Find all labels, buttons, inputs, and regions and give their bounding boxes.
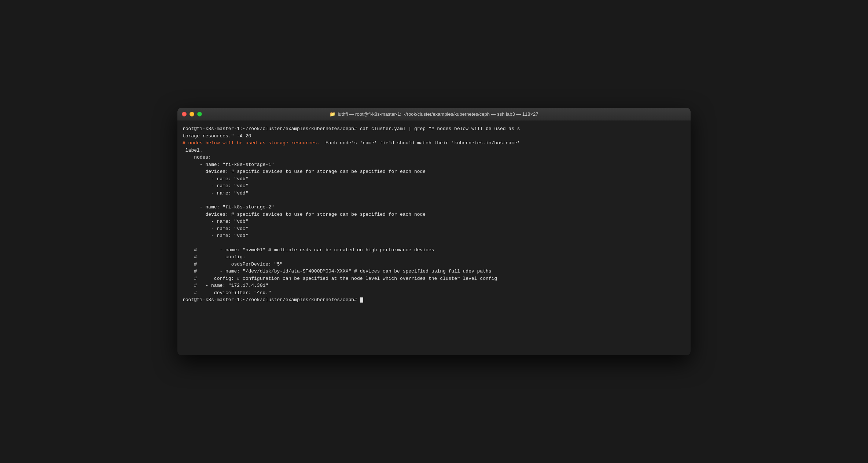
terminal-line-14: - name: "vdc" (183, 225, 685, 233)
terminal-line-19: # - name: "/dev/disk/by-id/ata-ST4000DM0… (183, 268, 685, 275)
folder-icon: 📁 (330, 111, 335, 117)
terminal-line-21: # - name: "172.17.4.301" (183, 282, 685, 289)
terminal-window: 📁luthfi — root@fi-k8s-master-1: ~/rook/c… (177, 108, 691, 355)
terminal-line-15: - name: "vdd" (183, 232, 685, 240)
terminal-line-16: # - name: "nvme01" # multiple osds can b… (183, 247, 685, 254)
close-button[interactable] (182, 112, 187, 116)
terminal-line-4: label. (183, 147, 685, 154)
terminal-body[interactable]: root@fi-k8s-master-1:~/rook/cluster/exam… (177, 121, 691, 355)
terminal-line-12: devices: # specific devices to use for s… (183, 211, 685, 218)
terminal-line-3: # nodes below will be used as storage re… (183, 140, 685, 147)
terminal-line-22: # deviceFilter: "^sd." (183, 289, 685, 297)
cursor (360, 297, 363, 303)
terminal-line-10: - name: "vdd" (183, 190, 685, 197)
terminal-line-1: root@fi-k8s-master-1:~/rook/cluster/exam… (183, 125, 685, 133)
terminal-line-9: - name: "vdc" (183, 182, 685, 190)
titlebar: 📁luthfi — root@fi-k8s-master-1: ~/rook/c… (177, 108, 691, 121)
terminal-line-11: - name: "fi-k8s-storage-2" (183, 204, 685, 211)
terminal-empty-1 (183, 197, 685, 204)
terminal-line-18: # osdsPerDevice: "5" (183, 261, 685, 268)
terminal-line-20: # config: # configuration can be specifi… (183, 275, 685, 282)
window-title: 📁luthfi — root@fi-k8s-master-1: ~/rook/c… (330, 111, 538, 117)
terminal-line-6: - name: "fi-k8s-storage-1" (183, 161, 685, 168)
minimize-button[interactable] (190, 112, 194, 116)
maximize-button[interactable] (197, 112, 202, 116)
terminal-line-23: root@fi-k8s-master-1:~/rook/cluster/exam… (183, 296, 685, 304)
terminal-line-13: - name: "vdb" (183, 218, 685, 225)
terminal-line-2: torage resources." -A 20 (183, 133, 685, 140)
terminal-line-7: devices: # specific devices to use for s… (183, 168, 685, 175)
terminal-line-5: nodes: (183, 154, 685, 161)
traffic-lights (182, 112, 202, 116)
terminal-empty-2 (183, 240, 685, 247)
terminal-line-17: # config: (183, 253, 685, 261)
terminal-line-8: - name: "vdb" (183, 175, 685, 183)
